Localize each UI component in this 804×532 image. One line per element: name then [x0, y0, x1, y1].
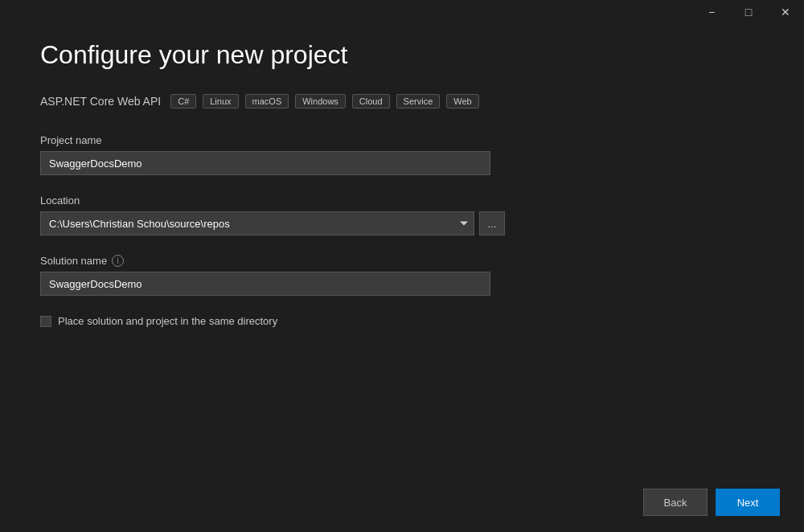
- solution-name-input[interactable]: [40, 272, 490, 296]
- tag-cloud: Cloud: [352, 94, 390, 108]
- tag-macos: macOS: [245, 94, 289, 108]
- location-label: Location: [40, 194, 764, 207]
- location-select[interactable]: C:\Users\Christian Schou\source\repos: [40, 211, 474, 235]
- project-name-label: Project name: [40, 134, 764, 146]
- next-button[interactable]: Next: [716, 489, 780, 516]
- solution-name-section: Solution name i: [40, 255, 764, 296]
- project-name-section: Project name: [40, 134, 764, 175]
- location-select-wrapper: C:\Users\Christian Schou\source\repos: [40, 211, 474, 235]
- subtitle-row: ASP.NET Core Web API C# Linux macOS Wind…: [40, 94, 764, 108]
- main-content: Configure your new project ASP.NET Core …: [0, 0, 804, 327]
- browse-button[interactable]: ...: [479, 211, 505, 235]
- bottom-bar: Back Next: [643, 489, 780, 516]
- tag-linux: Linux: [203, 94, 238, 108]
- page-title: Configure your new project: [40, 40, 764, 70]
- solution-name-label: Solution name i: [40, 255, 764, 267]
- project-type-label: ASP.NET Core Web API: [40, 95, 161, 108]
- tag-csharp: C#: [170, 94, 196, 108]
- project-name-input[interactable]: [40, 151, 490, 175]
- location-row: C:\Users\Christian Schou\source\repos ..…: [40, 211, 764, 235]
- same-directory-label[interactable]: Place solution and project in the same d…: [58, 315, 277, 327]
- same-directory-row: Place solution and project in the same d…: [40, 315, 764, 327]
- back-button[interactable]: Back: [643, 489, 708, 516]
- tag-service: Service: [396, 94, 441, 108]
- tag-web: Web: [446, 94, 478, 108]
- location-section: Location C:\Users\Christian Schou\source…: [40, 194, 764, 235]
- info-icon[interactable]: i: [112, 255, 124, 267]
- tag-windows: Windows: [295, 94, 346, 108]
- same-directory-checkbox[interactable]: [40, 316, 51, 327]
